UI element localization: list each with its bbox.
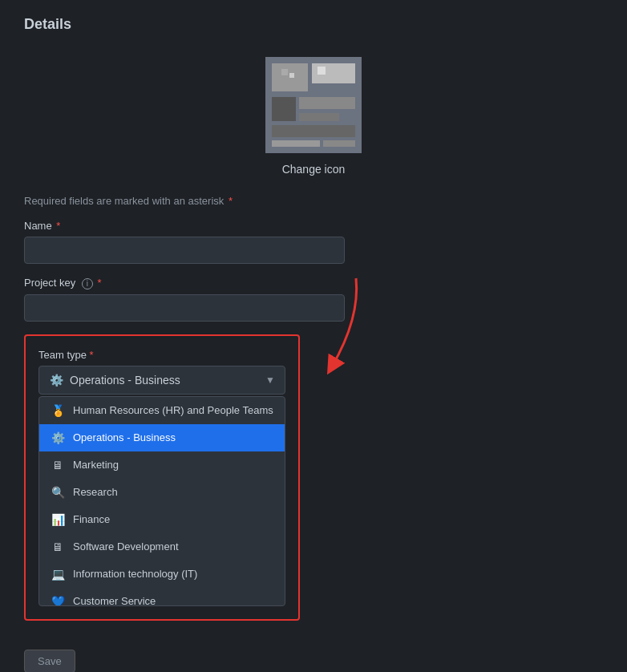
software-dev-label: Software Development [73, 540, 179, 553]
team-type-container: Team type * ⚙️ Operations - Business ▼ 🏅… [24, 334, 300, 621]
project-key-required-star: * [98, 277, 102, 289]
svg-rect-5 [299, 113, 339, 121]
dropdown-item-ops-biz[interactable]: ⚙️ Operations - Business [39, 424, 285, 451]
finance-icon: 📊 [51, 512, 65, 527]
svg-rect-12 [330, 69, 336, 75]
team-type-label: Team type * [38, 349, 285, 361]
dropdown-item-marketing[interactable]: 🖥 Marketing [39, 451, 285, 479]
save-section: Save [24, 637, 505, 673]
team-type-select[interactable]: ⚙️ Operations - Business ▼ [38, 366, 285, 395]
marketing-label: Marketing [73, 459, 119, 471]
research-icon: 🔍 [51, 485, 65, 500]
chevron-down-icon: ▼ [265, 374, 275, 386]
team-type-dropdown: 🏅 Human Resources (HR) and People Teams … [38, 396, 285, 606]
save-button[interactable]: Save [24, 650, 75, 673]
selected-option-text: ⚙️ Operations - Business [49, 373, 180, 387]
required-asterisk: * [229, 195, 233, 207]
it-label: Information technology (IT) [73, 568, 197, 580]
form-section: Required fields are marked with an aster… [24, 195, 505, 672]
dropdown-scroll-area[interactable]: 🏅 Human Resources (HR) and People Teams … [39, 397, 285, 605]
svg-rect-4 [299, 97, 355, 109]
dropdown-item-it[interactable]: 💻 Information technology (IT) [39, 561, 285, 588]
svg-rect-7 [272, 140, 320, 147]
icon-section: Change icon [24, 57, 603, 179]
ops-biz-icon: ⚙️ [51, 431, 65, 445]
svg-rect-9 [281, 69, 288, 75]
hr-icon: 🏅 [51, 403, 65, 418]
finance-label: Finance [73, 513, 110, 525]
research-label: Research [73, 486, 118, 498]
dropdown-item-software-dev[interactable]: 🖥 Software Development [39, 533, 285, 561]
it-icon: 💻 [51, 567, 65, 581]
page-title: Details [24, 16, 603, 33]
selected-icon: ⚙️ [49, 373, 63, 387]
svg-rect-3 [272, 97, 296, 121]
project-key-group: Project key i * [24, 277, 505, 322]
software-dev-icon: 🖥 [51, 540, 65, 554]
required-note: Required fields are marked with an aster… [24, 195, 505, 207]
project-icon [265, 57, 362, 153]
dropdown-item-research[interactable]: 🔍 Research [39, 479, 285, 506]
change-icon-button[interactable]: Change icon [276, 160, 352, 179]
svg-rect-11 [318, 67, 326, 75]
svg-rect-6 [272, 125, 355, 137]
info-icon[interactable]: i [82, 278, 93, 289]
project-key-input[interactable] [24, 294, 345, 322]
dropdown-item-customer-service[interactable]: 💙 Customer Service [39, 588, 285, 605]
svg-rect-8 [323, 140, 355, 147]
svg-rect-10 [289, 73, 294, 78]
dropdown-item-finance[interactable]: 📊 Finance [39, 506, 285, 533]
name-input[interactable] [24, 237, 345, 264]
dropdown-item-hr[interactable]: 🏅 Human Resources (HR) and People Teams [39, 397, 285, 424]
ops-biz-label: Operations - Business [73, 431, 176, 443]
team-type-required-star: * [90, 349, 94, 361]
hr-label: Human Resources (HR) and People Teams [73, 404, 273, 416]
name-group: Name * [24, 220, 505, 264]
project-key-label: Project key i * [24, 277, 505, 289]
customer-service-label: Customer Service [73, 595, 156, 605]
customer-service-icon: 💙 [51, 594, 65, 605]
name-required-star: * [56, 220, 60, 232]
name-label: Name * [24, 220, 505, 232]
marketing-icon: 🖥 [51, 458, 65, 472]
